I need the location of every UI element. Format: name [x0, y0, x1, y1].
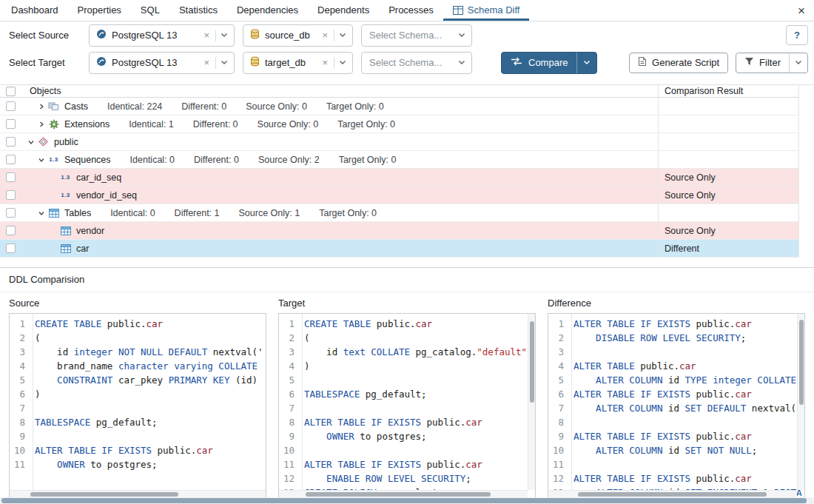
- grid-scrollbar-gutter: [799, 169, 814, 187]
- vertical-scrollbar[interactable]: [528, 314, 535, 490]
- sequence-icon: 1.3: [59, 174, 72, 181]
- row-checkbox[interactable]: [6, 243, 16, 253]
- tab-label: Dashboard: [11, 4, 58, 16]
- code-text: ALTER COLUMN id SET NOT NULL;: [568, 443, 757, 457]
- checkbox-cell: [0, 133, 21, 151]
- code-line: 8ALTER TABLE IF EXISTS public.car: [279, 415, 535, 429]
- line-number: 10: [279, 443, 298, 457]
- tab-schema-diff[interactable]: Schema Diff: [443, 0, 530, 21]
- close-icon[interactable]: ×: [798, 4, 805, 17]
- vertical-scrollbar[interactable]: [797, 314, 804, 490]
- grid-row-sequences[interactable]: 1.3SequencesIdentical: 0Different: 0Sour…: [0, 151, 814, 169]
- grid-row-vendor[interactable]: vendorSource Only: [0, 222, 814, 240]
- window-horizontal-scrollbar[interactable]: [0, 497, 814, 504]
- target-database-select[interactable]: target_db ×: [243, 52, 353, 74]
- code-line: 2 DISABLE ROW LEVEL SECURITY;: [548, 331, 804, 345]
- code-text: ALTER TABLE IF EXISTS public.car: [568, 429, 752, 443]
- horizontal-scrollbar[interactable]: [10, 490, 266, 497]
- chevron-down-icon[interactable]: [219, 33, 229, 38]
- grid-row-casts[interactable]: CastsIdentical: 224Different: 0Source On…: [0, 98, 814, 115]
- chevron-down-icon[interactable]: [457, 60, 467, 65]
- chevron-right-icon[interactable]: [36, 121, 47, 128]
- grid-row-vendor-id-seq[interactable]: 1.3vendor_id_seqSource Only: [0, 187, 814, 204]
- scrollbar-thumb[interactable]: [306, 492, 491, 497]
- chevron-right-icon[interactable]: [36, 103, 47, 110]
- chevron-down-icon[interactable]: [337, 60, 348, 65]
- generate-script-button[interactable]: Generate Script: [629, 53, 728, 73]
- clear-icon[interactable]: ×: [201, 30, 212, 40]
- clear-icon[interactable]: ×: [319, 58, 331, 67]
- objects-cell: 1.3vendor_id_seq: [21, 187, 659, 204]
- clear-icon[interactable]: ×: [319, 30, 331, 40]
- scrollbar-thumb[interactable]: [530, 321, 534, 403]
- clear-icon[interactable]: ×: [201, 58, 212, 67]
- target-server-value: PostgreSQL 13: [112, 57, 177, 68]
- row-checkbox[interactable]: [6, 190, 16, 200]
- objects-cell: 1.3car_id_seq: [21, 169, 659, 187]
- horizontal-scrollbar[interactable]: [548, 490, 797, 497]
- target-schema-select[interactable]: Select Schema...: [361, 52, 472, 74]
- row-checkbox[interactable]: [6, 137, 16, 147]
- chevron-down-icon[interactable]: [36, 156, 47, 164]
- tab-processes[interactable]: Processes: [379, 0, 443, 21]
- line-number: 7: [10, 401, 29, 415]
- target-code-editor[interactable]: 1CREATE TABLE public.car2(3 id text COLL…: [278, 313, 536, 498]
- source-server-select[interactable]: PostgreSQL 13 ×: [89, 24, 235, 47]
- table-icon: [47, 209, 60, 218]
- tab-sql[interactable]: SQL: [131, 0, 169, 21]
- source-schema-select[interactable]: Select Schema...: [361, 24, 472, 47]
- chevron-down-icon[interactable]: [25, 138, 37, 146]
- grid-row-car[interactable]: carDifferent: [0, 240, 814, 258]
- postgresql-server-icon: [96, 56, 107, 69]
- tab-dependencies[interactable]: Dependencies: [227, 0, 308, 21]
- help-button[interactable]: ?: [786, 25, 808, 45]
- code-text: CONSTRAINT car_pkey PRIMARY KEY (id): [29, 373, 258, 387]
- source-code-editor[interactable]: 1CREATE TABLE public.car2(3 id integer N…: [9, 313, 266, 498]
- filter-button[interactable]: Filter: [736, 53, 808, 73]
- grid-row-tables[interactable]: TablesIdentical: 0Different: 1Source Onl…: [0, 204, 814, 222]
- code-text: TABLESPACE pg_default;: [29, 415, 158, 429]
- chevron-down-icon[interactable]: [219, 60, 229, 65]
- tab-dashboard[interactable]: Dashboard: [1, 0, 68, 21]
- line-number: 3: [10, 345, 29, 359]
- chevron-down-icon[interactable]: [457, 33, 467, 38]
- code-text: CREATE TABLE public.car: [29, 317, 163, 331]
- code-text: ALTER TABLE public.car: [568, 359, 696, 373]
- line-number: 4: [279, 359, 298, 373]
- grid-row-public[interactable]: public: [0, 133, 814, 151]
- scrollbar-thumb[interactable]: [578, 492, 767, 497]
- select-all-checkbox[interactable]: [6, 87, 16, 96]
- postgresql-server-icon: [96, 29, 107, 41]
- chevron-down-icon[interactable]: [577, 53, 596, 73]
- code-text: DISABLE ROW LEVEL SECURITY;: [568, 331, 746, 345]
- row-checkbox[interactable]: [6, 101, 16, 111]
- database-icon: [250, 29, 260, 41]
- code-text: [29, 429, 35, 443]
- row-checkbox[interactable]: [6, 119, 16, 129]
- difference-code-editor[interactable]: 1ALTER TABLE IF EXISTS public.car2 DISAB…: [548, 313, 805, 498]
- source-database-select[interactable]: source_db ×: [243, 24, 353, 47]
- grid-row-car-id-seq[interactable]: 1.3car_id_seqSource Only: [0, 169, 814, 187]
- checkbox-cell: [0, 204, 21, 222]
- row-checkbox[interactable]: [6, 226, 16, 235]
- scrollbar-thumb[interactable]: [1, 498, 807, 503]
- target-server-select[interactable]: PostgreSQL 13 ×: [89, 52, 235, 74]
- code-text: [568, 415, 574, 429]
- row-checkbox[interactable]: [6, 208, 16, 218]
- chevron-down-icon[interactable]: [36, 209, 47, 217]
- tab-dependents[interactable]: Dependents: [308, 0, 379, 21]
- code-line: 1CREATE TABLE public.car: [10, 317, 266, 331]
- scrollbar-thumb[interactable]: [799, 320, 804, 405]
- row-checkbox[interactable]: [6, 172, 16, 182]
- grid-row-extensions[interactable]: ExtensionsIdentical: 1Different: 0Source…: [0, 115, 814, 133]
- stat-value: Target Only: 0: [337, 119, 395, 130]
- chevron-down-icon[interactable]: [337, 33, 348, 38]
- tab-label: Dependencies: [237, 4, 298, 16]
- tab-statistics[interactable]: Statistics: [169, 0, 227, 21]
- horizontal-scrollbar[interactable]: [279, 490, 528, 497]
- row-checkbox[interactable]: [6, 155, 16, 164]
- scrollbar-thumb[interactable]: [30, 492, 178, 497]
- compare-button[interactable]: Compare: [501, 52, 597, 74]
- chevron-down-icon[interactable]: [790, 60, 807, 65]
- tab-properties[interactable]: Properties: [68, 0, 131, 21]
